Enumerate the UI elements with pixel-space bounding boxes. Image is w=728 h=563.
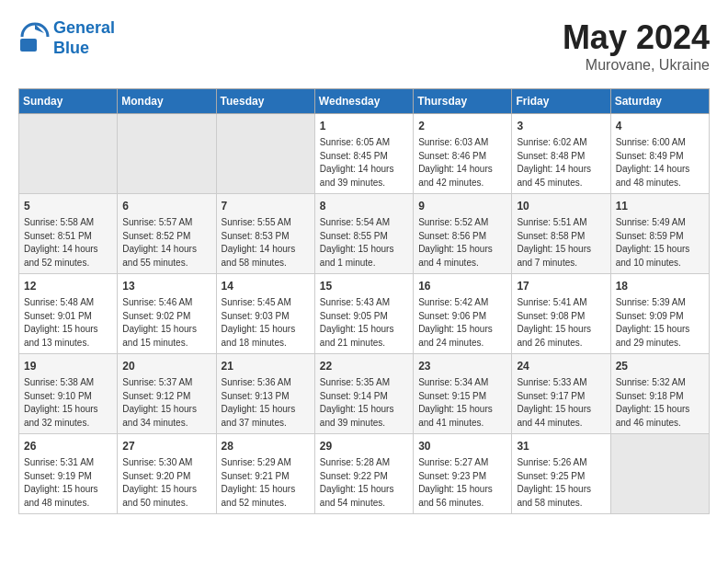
calendar-cell: 6Sunrise: 5:57 AM Sunset: 8:52 PM Daylig… bbox=[118, 194, 216, 274]
logo-text: General Blue bbox=[53, 18, 115, 58]
logo-icon bbox=[18, 20, 51, 53]
day-info: Sunrise: 5:37 AM Sunset: 9:12 PM Dayligh… bbox=[122, 376, 210, 430]
day-info: Sunrise: 6:03 AM Sunset: 8:46 PM Dayligh… bbox=[418, 136, 506, 190]
calendar-week-row: 1Sunrise: 6:05 AM Sunset: 8:45 PM Daylig… bbox=[19, 114, 710, 194]
day-number: 4 bbox=[616, 118, 704, 134]
page-header: General Blue May 2024 Murovane, Ukraine bbox=[18, 18, 710, 74]
calendar-cell: 5Sunrise: 5:58 AM Sunset: 8:51 PM Daylig… bbox=[19, 194, 118, 274]
svg-rect-1 bbox=[20, 39, 37, 52]
day-header-friday: Friday bbox=[512, 89, 610, 114]
calendar-cell bbox=[118, 114, 216, 194]
day-number: 21 bbox=[222, 358, 310, 374]
calendar-cell: 9Sunrise: 5:52 AM Sunset: 8:56 PM Daylig… bbox=[414, 194, 512, 274]
day-number: 6 bbox=[122, 198, 210, 214]
calendar-cell: 19Sunrise: 5:38 AM Sunset: 9:10 PM Dayli… bbox=[19, 354, 118, 434]
day-info: Sunrise: 5:27 AM Sunset: 9:23 PM Dayligh… bbox=[418, 456, 506, 510]
day-info: Sunrise: 5:52 AM Sunset: 8:56 PM Dayligh… bbox=[418, 216, 506, 270]
day-number: 29 bbox=[320, 438, 408, 454]
day-info: Sunrise: 5:36 AM Sunset: 9:13 PM Dayligh… bbox=[222, 376, 310, 430]
day-info: Sunrise: 5:30 AM Sunset: 9:20 PM Dayligh… bbox=[122, 456, 210, 510]
day-number: 22 bbox=[320, 358, 408, 374]
calendar-cell: 14Sunrise: 5:45 AM Sunset: 9:03 PM Dayli… bbox=[216, 274, 314, 354]
calendar-cell: 25Sunrise: 5:32 AM Sunset: 9:18 PM Dayli… bbox=[610, 354, 709, 434]
calendar-cell: 1Sunrise: 6:05 AM Sunset: 8:45 PM Daylig… bbox=[314, 114, 413, 194]
location-subtitle: Murovane, Ukraine bbox=[563, 57, 710, 74]
day-info: Sunrise: 5:34 AM Sunset: 9:15 PM Dayligh… bbox=[418, 376, 506, 430]
day-info: Sunrise: 5:55 AM Sunset: 8:53 PM Dayligh… bbox=[222, 216, 310, 270]
day-info: Sunrise: 5:31 AM Sunset: 9:19 PM Dayligh… bbox=[24, 456, 112, 510]
day-number: 9 bbox=[418, 198, 506, 214]
day-number: 3 bbox=[517, 118, 605, 134]
day-info: Sunrise: 5:38 AM Sunset: 9:10 PM Dayligh… bbox=[24, 376, 112, 430]
day-number: 2 bbox=[418, 118, 506, 134]
calendar-cell: 29Sunrise: 5:28 AM Sunset: 9:22 PM Dayli… bbox=[314, 434, 413, 514]
day-info: Sunrise: 5:49 AM Sunset: 8:59 PM Dayligh… bbox=[616, 216, 704, 270]
day-info: Sunrise: 5:29 AM Sunset: 9:21 PM Dayligh… bbox=[222, 456, 310, 510]
day-info: Sunrise: 5:32 AM Sunset: 9:18 PM Dayligh… bbox=[616, 376, 704, 430]
calendar-cell: 17Sunrise: 5:41 AM Sunset: 9:08 PM Dayli… bbox=[512, 274, 610, 354]
calendar-cell bbox=[610, 434, 709, 514]
day-info: Sunrise: 5:33 AM Sunset: 9:17 PM Dayligh… bbox=[517, 376, 605, 430]
day-info: Sunrise: 5:41 AM Sunset: 9:08 PM Dayligh… bbox=[517, 296, 605, 350]
calendar-cell: 8Sunrise: 5:54 AM Sunset: 8:55 PM Daylig… bbox=[314, 194, 413, 274]
calendar-cell: 4Sunrise: 6:00 AM Sunset: 8:49 PM Daylig… bbox=[610, 114, 709, 194]
calendar-cell: 26Sunrise: 5:31 AM Sunset: 9:19 PM Dayli… bbox=[19, 434, 118, 514]
day-number: 7 bbox=[222, 198, 310, 214]
day-header-monday: Monday bbox=[118, 89, 216, 114]
calendar-cell: 2Sunrise: 6:03 AM Sunset: 8:46 PM Daylig… bbox=[414, 114, 512, 194]
calendar-cell: 21Sunrise: 5:36 AM Sunset: 9:13 PM Dayli… bbox=[216, 354, 314, 434]
calendar-cell: 23Sunrise: 5:34 AM Sunset: 9:15 PM Dayli… bbox=[414, 354, 512, 434]
day-number: 19 bbox=[24, 358, 112, 374]
day-number: 8 bbox=[320, 198, 408, 214]
calendar-cell: 27Sunrise: 5:30 AM Sunset: 9:20 PM Dayli… bbox=[118, 434, 216, 514]
calendar-cell: 16Sunrise: 5:42 AM Sunset: 9:06 PM Dayli… bbox=[414, 274, 512, 354]
calendar-cell: 3Sunrise: 6:02 AM Sunset: 8:48 PM Daylig… bbox=[512, 114, 610, 194]
calendar-cell bbox=[19, 114, 118, 194]
calendar-cell bbox=[216, 114, 314, 194]
calendar-cell: 20Sunrise: 5:37 AM Sunset: 9:12 PM Dayli… bbox=[118, 354, 216, 434]
calendar-week-row: 12Sunrise: 5:48 AM Sunset: 9:01 PM Dayli… bbox=[19, 274, 710, 354]
day-number: 17 bbox=[517, 278, 605, 294]
day-number: 27 bbox=[122, 438, 210, 454]
day-info: Sunrise: 5:51 AM Sunset: 8:58 PM Dayligh… bbox=[517, 216, 605, 270]
calendar-cell: 28Sunrise: 5:29 AM Sunset: 9:21 PM Dayli… bbox=[216, 434, 314, 514]
day-header-wednesday: Wednesday bbox=[314, 89, 413, 114]
day-header-saturday: Saturday bbox=[610, 89, 709, 114]
logo: General Blue bbox=[18, 18, 115, 58]
day-info: Sunrise: 5:58 AM Sunset: 8:51 PM Dayligh… bbox=[24, 216, 112, 270]
calendar-cell: 30Sunrise: 5:27 AM Sunset: 9:23 PM Dayli… bbox=[414, 434, 512, 514]
calendar-cell: 22Sunrise: 5:35 AM Sunset: 9:14 PM Dayli… bbox=[314, 354, 413, 434]
day-number: 12 bbox=[24, 278, 112, 294]
calendar-cell: 15Sunrise: 5:43 AM Sunset: 9:05 PM Dayli… bbox=[314, 274, 413, 354]
month-title: May 2024 bbox=[563, 18, 710, 57]
day-info: Sunrise: 5:39 AM Sunset: 9:09 PM Dayligh… bbox=[616, 296, 704, 350]
calendar-cell: 18Sunrise: 5:39 AM Sunset: 9:09 PM Dayli… bbox=[610, 274, 709, 354]
day-header-thursday: Thursday bbox=[414, 89, 512, 114]
day-number: 16 bbox=[418, 278, 506, 294]
title-block: May 2024 Murovane, Ukraine bbox=[563, 18, 710, 74]
day-info: Sunrise: 6:02 AM Sunset: 8:48 PM Dayligh… bbox=[517, 136, 605, 190]
day-number: 31 bbox=[517, 438, 605, 454]
day-info: Sunrise: 5:26 AM Sunset: 9:25 PM Dayligh… bbox=[517, 456, 605, 510]
day-info: Sunrise: 5:46 AM Sunset: 9:02 PM Dayligh… bbox=[122, 296, 210, 350]
day-number: 11 bbox=[616, 198, 704, 214]
day-number: 18 bbox=[616, 278, 704, 294]
day-number: 10 bbox=[517, 198, 605, 214]
day-info: Sunrise: 6:00 AM Sunset: 8:49 PM Dayligh… bbox=[616, 136, 704, 190]
calendar-cell: 12Sunrise: 5:48 AM Sunset: 9:01 PM Dayli… bbox=[19, 274, 118, 354]
day-header-tuesday: Tuesday bbox=[216, 89, 314, 114]
day-info: Sunrise: 5:48 AM Sunset: 9:01 PM Dayligh… bbox=[24, 296, 112, 350]
calendar-cell: 13Sunrise: 5:46 AM Sunset: 9:02 PM Dayli… bbox=[118, 274, 216, 354]
day-number: 15 bbox=[320, 278, 408, 294]
calendar-week-row: 5Sunrise: 5:58 AM Sunset: 8:51 PM Daylig… bbox=[19, 194, 710, 274]
day-info: Sunrise: 5:54 AM Sunset: 8:55 PM Dayligh… bbox=[320, 216, 408, 270]
calendar-cell: 11Sunrise: 5:49 AM Sunset: 8:59 PM Dayli… bbox=[610, 194, 709, 274]
day-number: 13 bbox=[122, 278, 210, 294]
day-number: 14 bbox=[222, 278, 310, 294]
calendar-cell: 7Sunrise: 5:55 AM Sunset: 8:53 PM Daylig… bbox=[216, 194, 314, 274]
calendar-week-row: 19Sunrise: 5:38 AM Sunset: 9:10 PM Dayli… bbox=[19, 354, 710, 434]
calendar-week-row: 26Sunrise: 5:31 AM Sunset: 9:19 PM Dayli… bbox=[19, 434, 710, 514]
day-number: 5 bbox=[24, 198, 112, 214]
day-info: Sunrise: 5:35 AM Sunset: 9:14 PM Dayligh… bbox=[320, 376, 408, 430]
day-info: Sunrise: 5:28 AM Sunset: 9:22 PM Dayligh… bbox=[320, 456, 408, 510]
